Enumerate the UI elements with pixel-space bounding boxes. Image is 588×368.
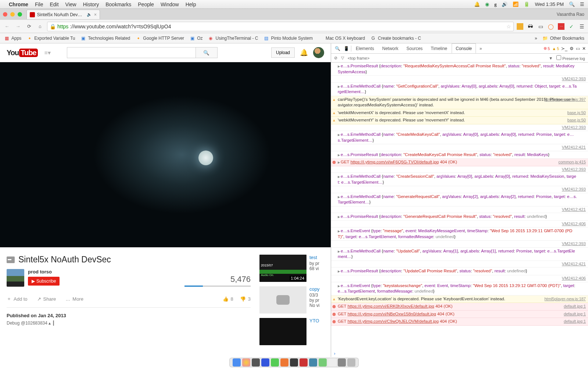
bookmark-item[interactable]: Mac OS X keyboard xyxy=(318,35,365,41)
apps-shortcut[interactable]: ▦Apps xyxy=(4,35,21,41)
console-log-line[interactable]: e…s.EmeMethodCall {name: "GetConfigurati… xyxy=(331,83,588,96)
dock-trash-icon[interactable] xyxy=(347,358,355,367)
menu-help[interactable]: Help xyxy=(186,1,196,7)
dock-app-icon[interactable] xyxy=(271,358,279,367)
ext-icon[interactable]: ✓ xyxy=(568,23,575,30)
channel-avatar[interactable] xyxy=(7,269,24,287)
clock[interactable]: Wed 1:35 PM xyxy=(535,1,564,7)
console-log-line[interactable]: e…s.PromiseResult {description: "Generat… xyxy=(331,213,588,221)
menubar-list-icon[interactable]: ☰ xyxy=(580,1,584,7)
console-err-line[interactable]: GET https://i.ytimg.com/vi/ERK0hXlxovE/d… xyxy=(331,303,588,311)
inspect-icon[interactable]: 🔍 xyxy=(333,46,341,51)
youtube-logo[interactable]: YouTube xyxy=(7,49,38,57)
other-bookmarks[interactable]: 📁Other Bookmarks xyxy=(542,35,584,41)
console-srconly-line[interactable]: VM2412:393 xyxy=(331,166,588,173)
ext-icon[interactable]: 🕶 xyxy=(527,23,534,30)
tabs-overflow-icon[interactable]: » xyxy=(477,46,485,51)
close-window[interactable] xyxy=(3,12,7,17)
volume-icon[interactable]: 🔊 xyxy=(502,1,508,7)
maximize-window[interactable] xyxy=(18,12,22,17)
battery-icon[interactable]: 🔋 xyxy=(524,1,530,7)
console-warn-line[interactable]: 'webkitMovementY' is deprecated. Please … xyxy=(331,117,588,124)
devtools-tab-sources[interactable]: Sources xyxy=(403,43,426,53)
add-to-button[interactable]: ＋ Add to xyxy=(7,296,28,302)
console-err-line[interactable]: GET https://i.ytimg.com/vi/C9wQhJELOVM/d… xyxy=(331,318,588,326)
notifications-icon[interactable]: 🔔 xyxy=(300,49,308,57)
menu-history[interactable]: History xyxy=(83,1,99,7)
bookmark-item[interactable]: ▤Pinto Module System xyxy=(263,35,313,41)
warning-count[interactable]: ▲5 xyxy=(552,46,559,51)
more-button[interactable]: … More xyxy=(65,296,83,302)
dock-app-icon[interactable] xyxy=(300,358,308,367)
console-prompt[interactable]: › xyxy=(331,350,588,357)
chrome-profile[interactable]: Vasantha Rao xyxy=(557,12,584,17)
devtools-close-icon[interactable]: ✕ xyxy=(582,46,586,51)
console-srconly-line[interactable]: VM2412:406 xyxy=(331,275,588,282)
dock-icon[interactable]: ▭ xyxy=(576,46,580,51)
dock-app-icon[interactable] xyxy=(309,358,317,367)
devtools-tab-elements[interactable]: Elements xyxy=(352,43,378,53)
chrome-menu-icon[interactable]: ☰ xyxy=(578,23,585,30)
menu-people[interactable]: People xyxy=(138,1,154,7)
notification-icon[interactable]: 🔔 xyxy=(474,1,480,7)
error-count[interactable]: ⊗5 xyxy=(544,46,550,51)
minimize-window[interactable] xyxy=(10,12,15,17)
clear-console-icon[interactable]: ⊘ xyxy=(334,56,337,60)
reload-button[interactable]: ⟳ xyxy=(25,22,33,31)
menu-view[interactable]: View xyxy=(65,1,76,7)
device-icon[interactable]: 📱 xyxy=(342,46,350,51)
bookmark-item[interactable]: 🔸Google HTTP Server xyxy=(135,35,184,41)
console-srconly-line[interactable]: VM2412:406 xyxy=(331,221,588,228)
drawer-icon[interactable]: ≻_ xyxy=(561,46,567,51)
dock-app-icon[interactable] xyxy=(261,358,269,367)
bookmarks-overflow[interactable]: » xyxy=(535,36,537,41)
menu-bookmarks[interactable]: Bookmarks xyxy=(105,1,131,7)
spotlight-icon[interactable]: 🔍 xyxy=(569,1,575,7)
suggestion-item[interactable]: copy03/3by prNo vi xyxy=(259,286,329,314)
bookmark-item[interactable]: ▣Oz xyxy=(189,35,202,41)
dock-app-icon[interactable] xyxy=(338,358,346,367)
console-warn-line[interactable]: 'KeyboardEvent.keyLocation' is deprecate… xyxy=(331,296,588,303)
console-srconly-line[interactable]: VM2412:393 xyxy=(331,124,588,131)
menu-window[interactable]: Window xyxy=(161,1,179,7)
dock-app-icon[interactable] xyxy=(242,358,250,367)
console-srconly-line[interactable]: VM2412:421 xyxy=(331,206,588,213)
tab-close-icon[interactable]: × xyxy=(94,12,97,17)
console-log-line[interactable]: e…s.EmeEvent {type: "message", event: Me… xyxy=(331,227,588,241)
console-srconly-line[interactable]: VM2412:393 xyxy=(331,241,588,248)
devtools-tab-console[interactable]: Console xyxy=(452,43,476,53)
share-button[interactable]: ↗ Share xyxy=(37,296,56,302)
ext-icon[interactable]: ◯ xyxy=(548,23,554,30)
tab-audio-icon[interactable]: 🔈 xyxy=(87,12,92,17)
bookmark-item[interactable]: ◉UsingTheTerminal - C xyxy=(208,35,258,41)
console-srconly-line[interactable]: VM2412:421 xyxy=(331,144,588,151)
back-button[interactable]: ← xyxy=(3,22,11,31)
devtools-tab-network[interactable]: Network xyxy=(379,43,402,53)
console-log-line[interactable]: e…s.EmeMethodCall {name: "CreateMediaKey… xyxy=(331,131,588,144)
upload-button[interactable]: Upload xyxy=(271,47,295,58)
search-input[interactable] xyxy=(67,47,196,58)
menu-file[interactable]: File xyxy=(35,1,43,7)
filter-icon[interactable]: ▽ xyxy=(341,56,344,60)
bookmark-item[interactable]: GCreate bookmarks - C xyxy=(370,35,421,41)
console-log-line[interactable]: e…s.EmeMethodCall {name: "GenerateReques… xyxy=(331,193,588,206)
search-button[interactable]: 🔍 xyxy=(196,47,218,58)
console-srconly-line[interactable]: VM2412:393 xyxy=(331,76,588,83)
ext-icon[interactable]: ⋯ xyxy=(558,23,564,30)
console-srconly-line[interactable]: VM2412:393 xyxy=(331,186,588,193)
preserve-log-checkbox[interactable]: Preserve log xyxy=(556,55,585,61)
suggestion-item[interactable]: 2015/07 Audio On. 1:04:24 testby pr68 vi xyxy=(259,255,329,282)
console-log-line[interactable]: e…s.PromiseResult {description: "Request… xyxy=(331,63,588,76)
google-icon[interactable]: g xyxy=(494,1,497,7)
console-srconly-line[interactable]: VM2412:421 xyxy=(331,261,588,268)
menubar-appname[interactable]: Chrome xyxy=(9,1,28,7)
console-log-line[interactable]: e…s.EmeMethodCall {name: "CreateSessionC… xyxy=(331,173,588,186)
wifi-icon[interactable]: 📶 xyxy=(513,1,519,7)
bookmark-item[interactable]: 🔸Exported Variable Tu xyxy=(26,35,75,41)
subscribe-button[interactable]: ▶ Subscribe xyxy=(28,277,60,286)
console-log-line[interactable]: e…s.EmeMethodCall {name: "UpdateCall", a… xyxy=(331,248,588,261)
bookmark-item[interactable]: ▣Technologies Related xyxy=(80,35,130,41)
console-output[interactable]: e…s.PromiseResult {description: "Request… xyxy=(331,63,588,350)
debug-info[interactable]: Debug @102683834 ▴ ┃ xyxy=(7,321,251,326)
ext-icon[interactable] xyxy=(517,23,523,30)
